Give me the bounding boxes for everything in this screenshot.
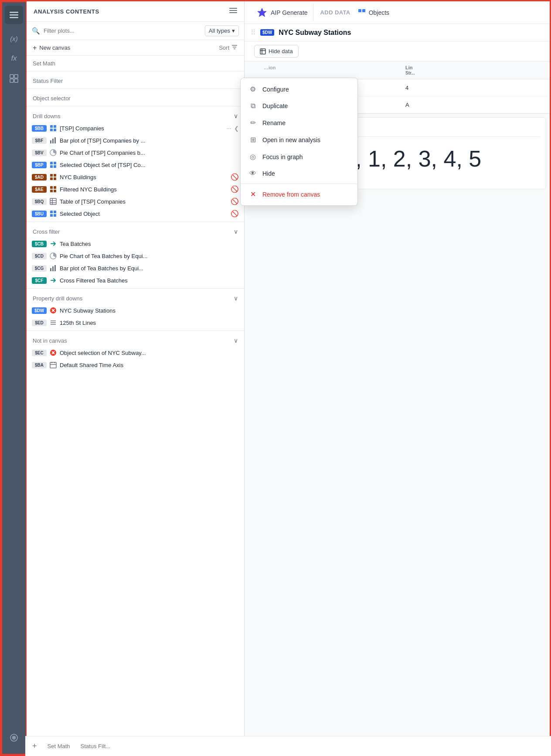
drag-handle-icon[interactable]: ⠿ bbox=[251, 28, 256, 37]
item-badge: $BB bbox=[32, 125, 47, 132]
list-item[interactable]: $BB [TSP] Companies ··· ❮ bbox=[27, 122, 244, 134]
item-label: Pie Chart of Tea Batches by Equi... bbox=[60, 253, 239, 259]
list-item[interactable]: $AD NYC Buildings 🚫 bbox=[27, 171, 244, 183]
sort-icon bbox=[231, 44, 238, 52]
svg-rect-33 bbox=[54, 190, 56, 192]
open-new-analysis-menu-item[interactable]: ⊞ Open in new analysis bbox=[241, 131, 357, 148]
panel-options-icon[interactable] bbox=[229, 7, 237, 16]
grid-icon bbox=[49, 124, 57, 132]
item-badge: $BV bbox=[32, 150, 47, 156]
hamburger-menu-button[interactable] bbox=[5, 6, 23, 24]
focus-graph-menu-item[interactable]: ◎ Focus in graph bbox=[241, 148, 357, 165]
object-selector-section-header: Object selector bbox=[27, 91, 244, 104]
not-in-canvas-chevron[interactable]: ∨ bbox=[234, 337, 238, 344]
list-item[interactable]: $CD Pie Chart of Tea Batches by Equi... bbox=[27, 250, 244, 262]
table-header: …ion LinStr... bbox=[245, 61, 550, 79]
svg-rect-38 bbox=[50, 211, 53, 213]
new-canvas-button[interactable]: + New canvas bbox=[33, 44, 70, 52]
rename-menu-item[interactable]: ✏ Rename bbox=[241, 114, 357, 131]
arrow-icon bbox=[49, 276, 57, 284]
svg-rect-40 bbox=[50, 214, 53, 217]
search-input[interactable] bbox=[44, 27, 201, 34]
list-item[interactable]: $DW NYC Subway Stations bbox=[27, 304, 244, 317]
circle-x-icon bbox=[49, 306, 57, 314]
settings-button[interactable] bbox=[5, 729, 23, 747]
item-label: Default Shared Time Axis bbox=[60, 362, 239, 368]
svg-rect-25 bbox=[54, 165, 56, 168]
list-item[interactable]: $CB Tea Batches bbox=[27, 238, 244, 250]
gear-icon: ⚙ bbox=[248, 85, 257, 93]
configure-menu-item[interactable]: ⚙ Configure bbox=[241, 81, 357, 98]
pie-chart-icon bbox=[49, 252, 57, 260]
expand-icon[interactable]: ❮ bbox=[234, 125, 239, 132]
hidden-icon: 🚫 bbox=[231, 185, 239, 193]
svg-rect-60 bbox=[358, 9, 361, 12]
list-item[interactable]: $EC Object selection of NYC Subway... bbox=[27, 347, 244, 359]
svg-rect-43 bbox=[50, 268, 51, 271]
cross-filter-chevron[interactable]: ∨ bbox=[234, 228, 238, 235]
remove-canvas-menu-item[interactable]: ✕ Remove from canvas bbox=[241, 186, 357, 203]
plus-icon: + bbox=[33, 44, 37, 52]
item-label: Cross Filtered Tea Batches bbox=[60, 277, 239, 284]
svg-rect-62 bbox=[260, 49, 265, 54]
svg-rect-5 bbox=[10, 79, 14, 82]
item-badge: $BP bbox=[32, 162, 47, 168]
variables-button[interactable]: (x) bbox=[5, 29, 23, 48]
property-drill-downs-section-header[interactable]: Property drill downs ∨ bbox=[27, 290, 244, 304]
analysis-title: ANALYSIS CONTENTS bbox=[34, 8, 99, 15]
item-badge: $CD bbox=[32, 253, 47, 259]
hide-menu-item[interactable]: 👁 Hide bbox=[241, 165, 357, 182]
item-label: Bar plot of [TSP] Companies by ... bbox=[60, 137, 239, 144]
svg-rect-18 bbox=[50, 140, 51, 143]
list-item[interactable]: $BV Pie Chart of [TSP] Companies b... bbox=[27, 146, 244, 159]
drill-downs-section-header[interactable]: Drill downs ∨ bbox=[27, 108, 244, 122]
hide-data-button[interactable]: Hide data bbox=[254, 45, 299, 58]
list-item[interactable]: $BQ Table of [TSP] Companies 🚫 bbox=[27, 195, 244, 208]
list-item[interactable]: $BU Selected Object 🚫 bbox=[27, 208, 244, 220]
item-label: Tea Batches bbox=[60, 241, 239, 247]
view-button[interactable] bbox=[5, 69, 23, 88]
objects-button[interactable]: Objects bbox=[357, 8, 389, 17]
search-icon: 🔍 bbox=[32, 27, 40, 35]
focus-icon: ◎ bbox=[248, 153, 257, 161]
property-drill-downs-chevron[interactable]: ∨ bbox=[234, 295, 238, 302]
item-badge: $ED bbox=[32, 320, 47, 326]
svg-rect-44 bbox=[52, 266, 54, 271]
list-item[interactable]: $BP Selected Object Set of [TSP] Co... bbox=[27, 159, 244, 171]
hidden-icon: 🚫 bbox=[231, 210, 239, 218]
not-in-canvas-section-header[interactable]: Not in canvas ∨ bbox=[27, 333, 244, 347]
svg-rect-27 bbox=[54, 174, 56, 177]
svg-marker-59 bbox=[258, 8, 266, 17]
list-item[interactable]: $CG Bar plot of Tea Batches by Equi... bbox=[27, 262, 244, 274]
duplicate-menu-item[interactable]: ⧉ Duplicate bbox=[241, 98, 357, 114]
formula-button[interactable]: fx bbox=[5, 49, 23, 68]
top-bar: AIP Generate ADD DATA Objects bbox=[245, 1, 550, 24]
type-filter-dropdown[interactable]: All types ▾ bbox=[205, 25, 239, 36]
svg-rect-4 bbox=[14, 75, 18, 78]
item-label: Filtered NYC Buildings bbox=[60, 186, 228, 193]
svg-rect-45 bbox=[54, 265, 56, 271]
svg-rect-30 bbox=[50, 186, 53, 189]
list-item[interactable]: $AE Filtered NYC Buildings 🚫 bbox=[27, 183, 244, 195]
item-label: Bar plot of Tea Batches by Equi... bbox=[60, 265, 239, 272]
svg-rect-1 bbox=[10, 14, 18, 16]
cross-filter-section-header[interactable]: Cross filter ∨ bbox=[27, 224, 244, 238]
sort-button[interactable]: Sort bbox=[219, 44, 238, 52]
svg-rect-9 bbox=[229, 10, 237, 11]
aip-generate-button[interactable]: AIP Generate bbox=[252, 4, 313, 21]
list-item[interactable]: $CF Cross Filtered Tea Batches bbox=[27, 274, 244, 286]
svg-rect-0 bbox=[10, 12, 18, 13]
item-actions[interactable]: ··· bbox=[226, 125, 231, 132]
add-data-button[interactable]: ADD DATA bbox=[320, 9, 350, 16]
list-item[interactable]: $ED 125th St Lines bbox=[27, 317, 244, 329]
grid-icon bbox=[49, 210, 57, 218]
svg-rect-16 bbox=[50, 129, 53, 131]
svg-rect-8 bbox=[229, 8, 237, 9]
list-item[interactable]: $BA Default Shared Time Axis bbox=[27, 359, 244, 371]
svg-rect-31 bbox=[54, 186, 56, 189]
svg-rect-61 bbox=[362, 9, 365, 12]
icon-sidebar: (x) fx bbox=[1, 1, 27, 755]
svg-rect-15 bbox=[54, 125, 56, 128]
list-item[interactable]: $BF Bar plot of [TSP] Companies by ... bbox=[27, 134, 244, 146]
drill-downs-chevron[interactable]: ∨ bbox=[234, 112, 238, 119]
